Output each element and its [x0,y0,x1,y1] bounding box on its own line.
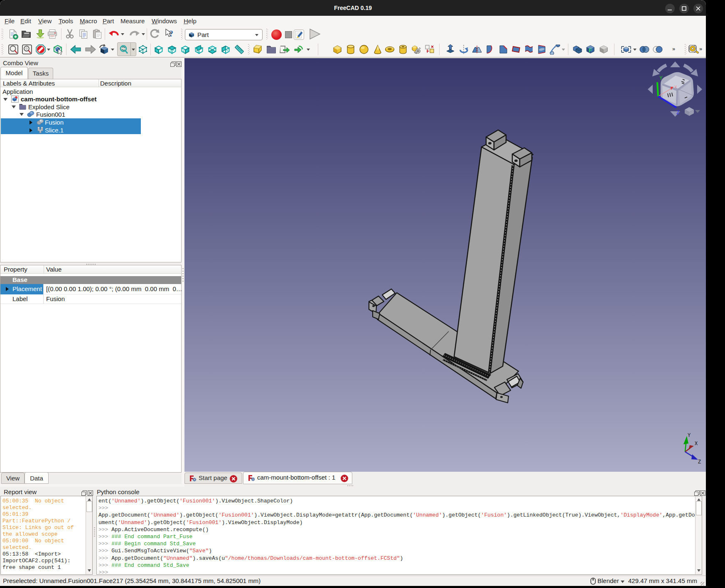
svg-text:X: X [674,85,677,90]
svg-text:?: ? [169,29,173,38]
svg-text:Y: Y [688,433,691,439]
svg-text:F: F [589,47,592,54]
svg-text:X: X [695,441,698,447]
svg-text:Y: Y [659,75,663,81]
svg-text:Z: Z [698,459,701,465]
svg-text:Z: Z [676,110,680,116]
